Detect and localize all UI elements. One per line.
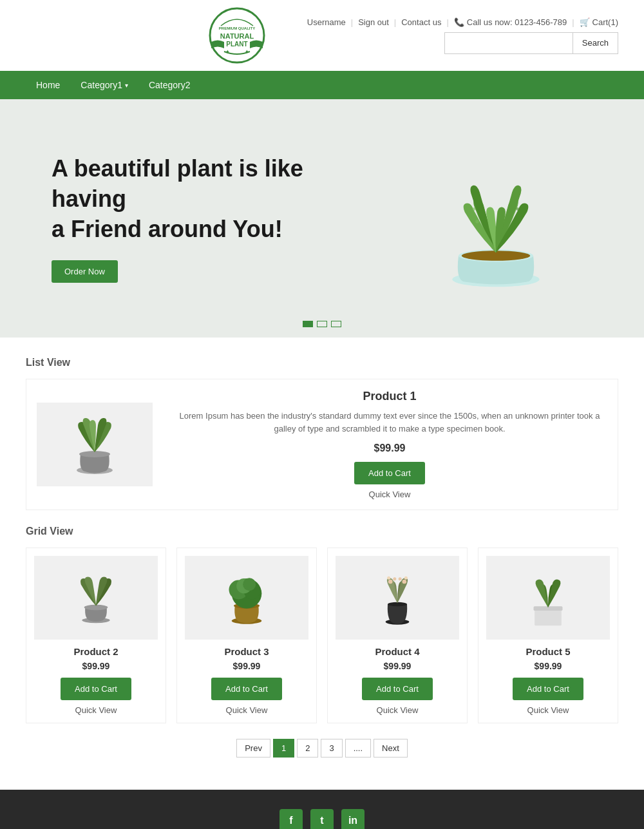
list-product-image	[37, 403, 153, 486]
grid-product-2-svg	[64, 562, 128, 633]
phone-icon: 📞	[454, 17, 464, 27]
grid-add-to-cart-4[interactable]: Add to Cart	[362, 678, 433, 700]
grid-product-4-name: Product 4	[336, 646, 459, 657]
svg-point-28	[402, 580, 407, 584]
top-bar: PREMIUM QUALITY NATURAL PLANT ✦ ✦ Userna…	[0, 0, 644, 71]
sep3: |	[446, 17, 448, 27]
next-button[interactable]: Next	[374, 739, 408, 758]
hero-plant-image	[399, 125, 592, 312]
cart-label: Cart(1)	[592, 17, 618, 27]
svg-point-11	[513, 220, 516, 224]
grid-product-4-image	[336, 556, 459, 640]
svg-point-30	[393, 577, 396, 580]
nav-category1[interactable]: Category1 ▾	[70, 71, 138, 99]
list-product-svg	[53, 406, 137, 483]
svg-point-9	[475, 220, 479, 224]
grid-quick-view-4[interactable]: Quick View	[336, 705, 459, 715]
list-product-description: Lorem Ipsum has been the industry's stan…	[172, 410, 607, 435]
search-bar: Search	[444, 32, 618, 54]
footer: f t in Prestashop Theme Designed With Te…	[0, 790, 644, 829]
grid-view: Product 2 $99.99 Add to Cart Quick View	[26, 548, 618, 723]
phone-number: Call us now: 0123-456-789	[467, 17, 567, 27]
svg-point-31	[399, 577, 402, 580]
carousel-dots	[303, 321, 341, 327]
carousel-dot-3[interactable]	[331, 321, 341, 327]
cart-icon: 🛒	[580, 17, 590, 27]
grid-product-5-image	[486, 556, 610, 640]
hero-plant-svg	[399, 125, 592, 312]
grid-product-2-image	[34, 556, 158, 640]
svg-point-23	[243, 578, 256, 591]
page-3-button[interactable]: 3	[321, 739, 342, 758]
svg-text:PLANT: PLANT	[226, 41, 247, 48]
grid-product-2-name: Product 2	[34, 646, 158, 657]
grid-item-5: Product 5 $99.99 Add to Cart Quick View	[478, 548, 618, 723]
list-product-price: $99.99	[172, 443, 607, 454]
svg-point-10	[473, 207, 476, 211]
list-view-item: Product 1 Lorem Ipsum has been the indus…	[26, 379, 618, 510]
social-icons: f t in	[26, 809, 618, 829]
svg-point-27	[387, 576, 390, 580]
order-now-button[interactable]: Order Now	[52, 260, 118, 283]
nav-home[interactable]: Home	[26, 71, 70, 99]
sep1: |	[351, 17, 353, 27]
grid-product-4-price: $99.99	[336, 661, 459, 671]
list-add-to-cart-button[interactable]: Add to Cart	[354, 462, 425, 484]
grid-item-2: Product 2 $99.99 Add to Cart Quick View	[26, 548, 166, 723]
logo-area: PREMIUM QUALITY NATURAL PLANT ✦ ✦	[166, 6, 307, 64]
svg-text:PREMIUM QUALITY: PREMIUM QUALITY	[218, 26, 254, 30]
carousel-dot-1[interactable]	[303, 321, 313, 327]
list-view-title: List View	[26, 357, 618, 368]
search-input[interactable]	[444, 32, 573, 54]
page-1-button[interactable]: 1	[273, 739, 294, 758]
logo: PREMIUM QUALITY NATURAL PLANT ✦ ✦	[208, 6, 266, 64]
grid-quick-view-5[interactable]: Quick View	[486, 705, 610, 715]
grid-view-title: Grid View	[26, 526, 618, 537]
header-right: Username | Sign out | Contact us | 📞 Cal…	[307, 17, 618, 54]
list-quick-view-link[interactable]: Quick View	[172, 490, 607, 499]
cart-link[interactable]: 🛒 Cart(1)	[580, 17, 618, 27]
linkedin-icon[interactable]: in	[341, 809, 365, 829]
grid-product-5-svg	[516, 562, 580, 633]
grid-product-3-svg	[214, 562, 279, 633]
pagination: Prev 1 2 3 .... Next	[26, 739, 618, 758]
chevron-down-icon: ▾	[125, 82, 128, 89]
grid-add-to-cart-2[interactable]: Add to Cart	[61, 678, 131, 700]
username-link[interactable]: Username	[307, 17, 346, 27]
grid-product-3-price: $99.99	[185, 661, 308, 671]
grid-product-2-price: $99.99	[34, 661, 158, 671]
search-button[interactable]: Search	[573, 32, 618, 54]
grid-add-to-cart-5[interactable]: Add to Cart	[513, 678, 583, 700]
hero-headline: A beautiful plant is like having a Frien…	[52, 154, 322, 244]
sep4: |	[572, 17, 574, 27]
grid-quick-view-2[interactable]: Quick View	[34, 705, 158, 715]
grid-item-3: Product 3 $99.99 Add to Cart Quick View	[176, 548, 317, 723]
grid-quick-view-3[interactable]: Quick View	[185, 705, 308, 715]
facebook-icon[interactable]: f	[279, 809, 303, 829]
nav-category2[interactable]: Category2	[138, 71, 201, 99]
contact-link[interactable]: Contact us	[401, 17, 441, 27]
twitter-icon[interactable]: t	[310, 809, 334, 829]
phone-link: 📞 Call us now: 0123-456-789	[454, 17, 567, 27]
grid-add-to-cart-3[interactable]: Add to Cart	[211, 678, 282, 700]
page-ellipsis-button[interactable]: ....	[345, 739, 371, 758]
grid-product-4-svg	[365, 562, 430, 633]
products-section: List View Product 1 Lorem Ipsum has been…	[0, 338, 644, 790]
svg-point-29	[404, 576, 408, 580]
grid-product-5-name: Product 5	[486, 646, 610, 657]
sep2: |	[394, 17, 396, 27]
prev-button[interactable]: Prev	[236, 739, 270, 758]
top-links: Username | Sign out | Contact us | 📞 Cal…	[307, 17, 618, 27]
grid-product-3-name: Product 3	[185, 646, 308, 657]
svg-text:NATURAL: NATURAL	[220, 32, 254, 40]
grid-product-5-price: $99.99	[486, 661, 610, 671]
grid-product-3-image	[185, 556, 308, 640]
list-product-details: Product 1 Lorem Ipsum has been the indus…	[172, 390, 607, 499]
sign-out-link[interactable]: Sign out	[358, 17, 389, 27]
carousel-dot-2[interactable]	[317, 321, 327, 327]
hero-section: A beautiful plant is like having a Frien…	[0, 99, 644, 338]
hero-text: A beautiful plant is like having a Frien…	[52, 154, 322, 282]
page-2-button[interactable]: 2	[297, 739, 318, 758]
list-product-name: Product 1	[172, 390, 607, 403]
grid-item-4: Product 4 $99.99 Add to Cart Quick View	[327, 548, 468, 723]
